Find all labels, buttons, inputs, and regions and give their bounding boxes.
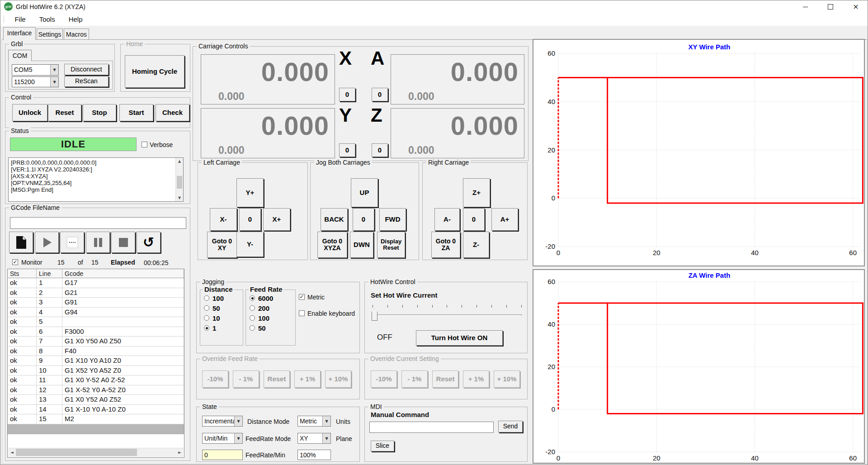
table-row[interactable]: ok7G1 X0 Y50 A0 Z50 (8, 337, 184, 346)
jog-y-plus-button[interactable]: Y+ (236, 178, 264, 207)
table-row[interactable]: ok6F3000 (8, 327, 184, 337)
chevron-down-icon[interactable]: ▼ (50, 65, 58, 75)
menu-file[interactable]: File (8, 13, 32, 26)
unlock-button[interactable]: Unlock (12, 104, 47, 121)
override-feed--1-button[interactable]: - 1% (233, 370, 259, 388)
override-current-+1-button[interactable]: + 1% (463, 370, 489, 388)
gcode-table[interactable]: StsLineGcode ok1G17ok2G21ok3G91ok4G94ok5… (7, 269, 184, 458)
goto-0-za-button[interactable]: Goto 0 ZA (431, 232, 460, 258)
distance-radio-1[interactable] (204, 325, 209, 331)
rewind-button[interactable]: ↺ (137, 232, 160, 253)
feed-rate-radio-50[interactable] (250, 325, 255, 331)
tab-com[interactable]: COM (8, 50, 32, 61)
reset-button[interactable]: Reset (48, 104, 81, 121)
plane-select[interactable]: XY ▼ (297, 433, 331, 444)
display-reset-button[interactable]: Display Reset (377, 232, 405, 258)
zero-x-button[interactable]: 0 (339, 88, 355, 101)
minimize-button[interactable] (793, 0, 818, 13)
feedrate-percent-field[interactable]: 100% (297, 450, 331, 460)
jog-z-minus-button[interactable]: Z- (463, 232, 489, 258)
disconnect-button[interactable]: Disconnect (64, 64, 108, 75)
zero-a-button[interactable]: 0 (372, 88, 388, 101)
scroll-left-icon[interactable]: ◄ (8, 448, 16, 456)
jog-dwn-button[interactable]: DWN (350, 232, 373, 258)
enable-keyboard-checkbox[interactable] (299, 310, 305, 316)
zero-z-button[interactable]: 0 (372, 143, 388, 157)
goto-0-xyza-button[interactable]: Goto 0 XYZA (317, 232, 347, 258)
monitor-checkbox[interactable]: ✓ (12, 259, 18, 265)
units-select[interactable]: Metric ▼ (297, 416, 331, 427)
table-row[interactable]: ok3G91 (8, 298, 184, 308)
jog-fwd-button[interactable]: FWD (379, 208, 406, 231)
maximize-button[interactable] (818, 0, 843, 13)
hotwire-slider-track[interactable] (373, 314, 522, 316)
chevron-down-icon[interactable]: ▼ (234, 433, 242, 443)
table-header-cell[interactable]: Gcode (62, 269, 184, 278)
distance-radio-10[interactable] (204, 315, 209, 321)
jog-x-minus-button[interactable]: X- (210, 208, 237, 231)
scroll-down-icon[interactable]: ▼ (176, 195, 183, 201)
feedrate-mode-select[interactable]: Unit/Min ▼ (202, 433, 243, 444)
table-row[interactable]: ok8F40 (8, 346, 184, 356)
gcode-filename-field[interactable] (10, 217, 186, 229)
log-scroll-thumb[interactable] (177, 176, 182, 189)
scroll-right-icon[interactable]: ► (176, 448, 184, 456)
table-row[interactable]: ok12G1 X-52 Y0 A-52 Z0 (8, 385, 184, 395)
table-row[interactable]: ok14G1 X-10 Y0 A-10 Z0 (8, 405, 184, 415)
table-row[interactable]: ok9G1 X10 Y0 A10 Z0 (8, 356, 184, 366)
chevron-down-icon[interactable]: ▼ (322, 416, 330, 426)
manual-command-input[interactable] (369, 422, 494, 433)
hotwire-toggle-button[interactable]: Turn Hot Wire ON (416, 330, 503, 346)
jog-y-minus-button[interactable]: Y- (236, 232, 264, 257)
metric-checkbox[interactable]: ✓ (299, 294, 305, 300)
homing-cycle-button[interactable]: Homing Cycle (125, 55, 184, 88)
jog-both-zero-button[interactable]: 0 (353, 208, 374, 231)
check-button[interactable]: Check (156, 104, 189, 121)
override-current-Reset-button[interactable]: Reset (432, 370, 458, 388)
zero-y-button[interactable]: 0 (339, 143, 355, 157)
menu-help[interactable]: Help (62, 13, 90, 26)
table-scroll-thumb[interactable] (16, 449, 137, 456)
table-row[interactable]: ok11G1 X0 Y-52 A0 Z-52 (8, 375, 184, 385)
start-button[interactable]: Start (119, 104, 153, 121)
override-current-+10-button[interactable]: + 10% (494, 370, 520, 388)
goto-0-xy-button[interactable]: Goto 0 XY (207, 232, 237, 258)
verbose-checkbox[interactable] (142, 142, 147, 147)
close-button[interactable]: × (843, 0, 868, 13)
stop-button[interactable] (111, 232, 135, 253)
pause-button[interactable] (86, 232, 110, 253)
override-feed-Reset-button[interactable]: Reset (264, 370, 290, 388)
jog-xy-zero-button[interactable]: 0 (239, 208, 261, 231)
table-row[interactable]: ok10G1 X52 Y0 A52 Z0 (8, 366, 184, 376)
chevron-down-icon[interactable]: ▼ (322, 433, 330, 443)
tab-macros[interactable]: Macros (64, 28, 89, 39)
open-file-button[interactable] (9, 232, 33, 253)
baud-select[interactable]: 115200 ▼ (12, 76, 59, 87)
port-select[interactable]: COM5 ▼ (12, 64, 59, 76)
distance-radio-100[interactable] (204, 295, 209, 301)
feed-rate-radio-6000[interactable] (250, 295, 255, 301)
menu-tools[interactable]: Tools (33, 13, 62, 26)
override-feed-+1-button[interactable]: + 1% (294, 370, 321, 388)
jog-z-plus-button[interactable]: Z+ (463, 178, 490, 207)
scroll-up-icon[interactable]: ▲ (176, 158, 183, 165)
distance-mode-select[interactable]: Incremental ▼ (202, 416, 243, 427)
status-log[interactable]: [PRB:0.000,0.000,0.000,0.000:0][VER:1.1l… (8, 157, 184, 202)
override-feed--10-button[interactable]: -10% (202, 370, 228, 388)
override-current--1-button[interactable]: - 1% (401, 370, 428, 388)
jog-x-plus-button[interactable]: X+ (263, 208, 290, 231)
rescan-button[interactable]: ReScan (64, 76, 108, 87)
chevron-down-icon[interactable]: ▼ (50, 77, 58, 87)
table-row[interactable]: ok13G1 X0 Y52 A0 Z52 (8, 395, 184, 405)
stop-button[interactable]: Stop (83, 104, 116, 121)
feedrate-min-field[interactable]: 0 (202, 450, 243, 460)
jog-a-minus-button[interactable]: A- (434, 208, 460, 231)
chevron-down-icon[interactable]: ▼ (234, 416, 242, 426)
override-current--10-button[interactable]: -10% (371, 370, 397, 388)
log-scrollbar[interactable]: ▲ ▼ (175, 158, 183, 201)
feed-rate-radio-100[interactable] (250, 315, 255, 321)
run-button[interactable] (35, 232, 59, 253)
table-row[interactable]: ok5 (8, 317, 184, 327)
table-h-scrollbar[interactable]: ◄ ► (8, 448, 184, 457)
tab-interface[interactable]: Interface (3, 27, 36, 40)
